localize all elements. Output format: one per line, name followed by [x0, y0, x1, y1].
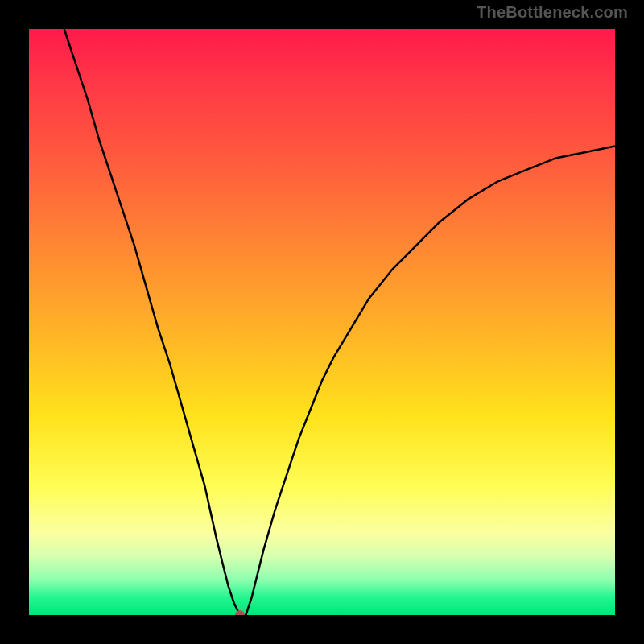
- chart-svg: [29, 29, 615, 615]
- plot-area: [29, 29, 615, 615]
- bottleneck-curve: [64, 29, 615, 615]
- plot-frame: [16, 16, 628, 628]
- app-root: TheBottleneck.com: [0, 0, 644, 644]
- watermark-text: TheBottleneck.com: [477, 3, 628, 22]
- minimum-marker: [235, 610, 245, 615]
